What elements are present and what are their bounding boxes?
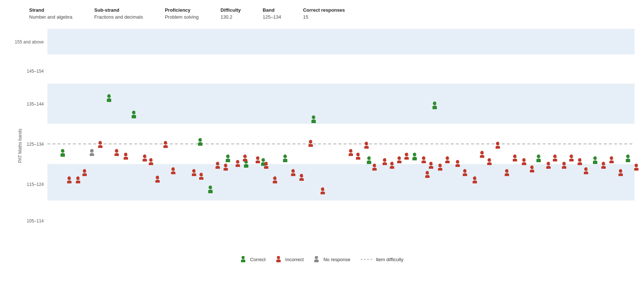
difficulty-line-icon [361, 257, 374, 262]
legend-incorrect: ✕ Incorrect [276, 256, 304, 263]
svg-text:✕: ✕ [259, 156, 261, 160]
svg-text:✓: ✓ [286, 155, 288, 157]
svg-text:✕: ✕ [498, 142, 501, 145]
svg-text:✕: ✕ [195, 169, 197, 172]
svg-text:✕: ✕ [533, 165, 535, 169]
svg-text:✕: ✕ [101, 141, 104, 144]
svg-text:✕: ✕ [70, 176, 73, 180]
svg-text:–: – [93, 149, 94, 153]
svg-text:✕: ✕ [428, 171, 431, 174]
svg-text:✕: ✕ [483, 151, 485, 154]
svg-text:✕: ✕ [637, 164, 640, 167]
svg-point-17 [1, 25, 4, 28]
svg-text:✕: ✕ [238, 160, 241, 163]
svg-text:✕: ✕ [294, 169, 296, 172]
correct-responses-value: 15 [303, 14, 345, 20]
svg-text:✕: ✕ [85, 169, 88, 172]
chart-container: PAT Maths bands 155 and above 145–154 13… [0, 25, 644, 266]
person-incorrect: ✕ [634, 164, 640, 171]
correct-icon: ✓ [241, 256, 248, 263]
strand-label: Strand [29, 7, 73, 13]
svg-text:✓: ✓ [63, 149, 66, 152]
no-response-icon: – [314, 256, 321, 263]
svg-text:✕: ✕ [466, 169, 468, 172]
svg-text:✕: ✕ [385, 158, 388, 161]
svg-text:✕: ✕ [218, 162, 221, 165]
strand-value: Number and algebra [29, 14, 73, 20]
legend-difficulty-label: Item difficulty [376, 257, 404, 262]
band-col: Band 125–134 [263, 7, 281, 20]
substrand-label: Sub-strand [94, 7, 143, 13]
svg-text:✕: ✕ [146, 155, 148, 158]
svg-rect-4 [47, 164, 635, 201]
band-label: Band [263, 7, 281, 13]
svg-text:✓: ✓ [435, 102, 438, 104]
svg-text:✕: ✕ [375, 164, 378, 167]
svg-text:✕: ✕ [612, 156, 615, 160]
proficiency-label: Proficiency [165, 7, 199, 13]
svg-text:✓: ✓ [314, 115, 317, 118]
svg-point-13 [1, 25, 4, 28]
svg-text:✕: ✕ [79, 176, 81, 180]
band-value: 125–134 [263, 14, 281, 20]
svg-text:✓: ✓ [201, 138, 203, 141]
svg-text:✕: ✕ [556, 155, 558, 158]
svg-text:145–154: 145–154 [27, 69, 44, 74]
svg-text:✕: ✕ [572, 155, 575, 158]
svg-text:✕: ✕ [276, 176, 278, 180]
svg-text:✕: ✕ [246, 155, 248, 158]
svg-text:✓: ✓ [4, 26, 7, 29]
svg-text:✗: ✗ [4, 26, 7, 29]
difficulty-label: Difficulty [221, 7, 241, 13]
svg-text:✕: ✕ [587, 167, 589, 171]
svg-rect-0 [47, 29, 635, 54]
svg-text:✕: ✕ [174, 167, 176, 171]
svg-text:✕: ✕ [158, 176, 161, 179]
svg-text:✓: ✓ [110, 94, 112, 97]
incorrect-icon: ✕ [276, 256, 283, 263]
svg-text:✕: ✕ [166, 141, 169, 144]
svg-text:✕: ✕ [525, 158, 527, 161]
legend-no-response: – No response [314, 256, 350, 263]
svg-text:✕: ✕ [367, 142, 370, 145]
correct-responses-col: Correct responses 15 [303, 7, 345, 20]
difficulty-col: Difficulty 130.2 [221, 7, 241, 20]
legend-correct: ✓ Correct [241, 256, 266, 263]
svg-text:✕: ✕ [565, 162, 567, 165]
svg-text:155 and above: 155 and above [15, 39, 44, 45]
svg-text:✓: ✓ [596, 156, 598, 159]
svg-text:✕: ✕ [117, 149, 120, 152]
substrand-col: Sub-strand Fractions and decimals [94, 7, 143, 20]
svg-text:✓: ✓ [135, 111, 137, 113]
chart-legend: ✓ Correct ✕ Incorrect – No response [241, 256, 404, 263]
svg-text:✕: ✕ [407, 153, 410, 156]
svg-text:✓: ✓ [211, 186, 213, 188]
svg-text:✕: ✕ [352, 149, 354, 152]
svg-text:✕: ✕ [267, 162, 269, 165]
svg-rect-1 [47, 54, 635, 84]
svg-rect-5 [47, 201, 635, 241]
svg-text:✕: ✕ [516, 155, 518, 158]
svg-text:✓: ✓ [539, 155, 542, 157]
svg-text:✕: ✕ [621, 169, 624, 172]
svg-text:✕: ✕ [323, 187, 326, 191]
strand-col: Strand Number and algebra [29, 7, 73, 20]
svg-text:✕: ✕ [490, 158, 493, 161]
svg-text:105–114: 105–114 [27, 218, 44, 224]
svg-text:✕: ✕ [226, 164, 229, 167]
svg-text:✕: ✕ [311, 140, 314, 143]
svg-text:–: – [317, 256, 319, 259]
correct-responses-label: Correct responses [303, 7, 345, 13]
svg-text:✕: ✕ [448, 156, 451, 160]
difficulty-value: 130.2 [221, 14, 241, 20]
svg-text:✕: ✕ [549, 162, 552, 165]
svg-text:✕: ✕ [441, 164, 443, 167]
svg-text:✕: ✕ [508, 169, 510, 172]
svg-text:✕: ✕ [127, 153, 129, 156]
svg-text:✕: ✕ [400, 156, 403, 160]
proficiency-value: Problem solving [165, 14, 199, 20]
proficiency-col: Proficiency Problem solving [165, 7, 199, 20]
page: Strand Number and algebra Sub-strand Fra… [0, 0, 644, 286]
legend-incorrect-label: Incorrect [285, 257, 304, 262]
svg-text:125–134: 125–134 [27, 142, 44, 147]
